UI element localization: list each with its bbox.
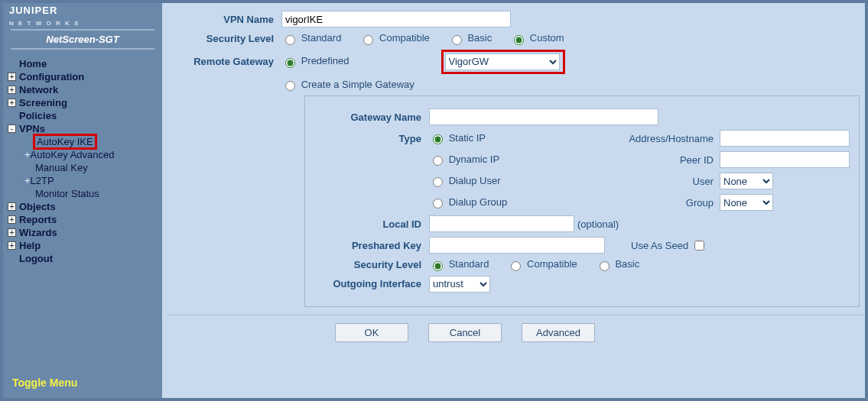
- advanced-button[interactable]: Advanced: [522, 323, 595, 342]
- expand-icon[interactable]: +: [8, 73, 16, 81]
- nav-wizards[interactable]: +Wizards: [8, 226, 162, 239]
- seclevel-compatible[interactable]: Compatible: [359, 32, 429, 45]
- security-level-label: Security Level: [167, 33, 281, 44]
- nav-vpns[interactable]: -VPNs: [8, 122, 162, 135]
- sg-seclevel-standard[interactable]: Standard: [429, 258, 489, 271]
- nav-autokey-advanced[interactable]: +AutoKey Advanced: [24, 148, 162, 161]
- sidebar: JUNIPER N E T W O R K S NetScreen-SGT Ho…: [3, 3, 162, 398]
- nav-network[interactable]: +Network: [8, 83, 162, 96]
- nav-network-label: Network: [19, 84, 58, 95]
- type-static-ip[interactable]: Static IP: [429, 132, 486, 144]
- nav-logout-label: Logout: [19, 253, 53, 264]
- nav-objects-label: Objects: [19, 201, 56, 212]
- nav-policies[interactable]: Policies: [8, 109, 162, 122]
- nav-l2tp[interactable]: +L2TP: [24, 174, 162, 187]
- main-panel: VPN Name Security Level Standard Compati…: [162, 3, 865, 398]
- seed-label: Use As Seed: [628, 240, 688, 251]
- out-if-select[interactable]: untrust: [429, 276, 490, 293]
- nav-screening-label: Screening: [19, 97, 67, 108]
- nav-manual-key-label: Manual Key: [35, 162, 88, 173]
- sg-seclevel-basic[interactable]: Basic: [596, 258, 639, 271]
- nav-autokey-adv-label: AutoKey Advanced: [31, 149, 115, 160]
- psk-label: Preshared Key: [314, 240, 429, 251]
- toggle-menu[interactable]: Toggle Menu: [12, 377, 77, 389]
- rg-create-simple[interactable]: Create a Simple Gateway: [281, 79, 414, 92]
- logo-subtext: N E T W O R K S: [9, 20, 80, 27]
- device-name: NetScreen-SGT: [11, 29, 154, 50]
- localid-input[interactable]: [429, 215, 574, 232]
- vendor-logo: JUNIPER N E T W O R K S: [3, 3, 162, 26]
- gateway-name-label: Gateway Name: [314, 112, 429, 123]
- seclevel-custom[interactable]: Custom: [510, 32, 564, 45]
- nav-monitor-status-label: Monitor Status: [35, 188, 99, 199]
- nav-logout[interactable]: Logout: [8, 252, 162, 265]
- user-label: User: [597, 176, 720, 187]
- vpn-name-label: VPN Name: [167, 14, 281, 25]
- simple-gateway-fieldset: Gateway Name Type Static IP Address/Host…: [304, 95, 860, 307]
- nav-wizards-label: Wizards: [19, 227, 57, 238]
- nav-reports[interactable]: +Reports: [8, 213, 162, 226]
- expand-icon[interactable]: +: [8, 228, 16, 237]
- group-select[interactable]: None: [720, 194, 773, 211]
- seclevel-standard[interactable]: Standard: [281, 32, 341, 45]
- gateway-name-input[interactable]: [429, 108, 658, 125]
- nav-autokey-ike-label: AutoKey IKE: [35, 136, 95, 147]
- nav-help-label: Help: [19, 240, 41, 251]
- expand-icon[interactable]: +: [8, 99, 16, 107]
- expand-icon[interactable]: +: [24, 175, 31, 186]
- localid-label: Local ID: [314, 218, 429, 230]
- cancel-button[interactable]: Cancel: [428, 323, 502, 342]
- addr-input[interactable]: [720, 130, 850, 147]
- peerid-input[interactable]: [720, 151, 850, 168]
- nav-tree: Home +Configuration +Network +Screening …: [3, 57, 162, 265]
- type-dynamic-ip[interactable]: Dynamic IP: [429, 154, 499, 165]
- localid-note: (optional): [574, 218, 619, 230]
- button-bar: OK Cancel Advanced: [335, 323, 863, 342]
- psk-input[interactable]: [429, 237, 605, 254]
- nav-vpns-label: VPNs: [19, 123, 45, 134]
- remote-gateway-label: Remote Gateway: [167, 56, 281, 67]
- rg-predefined-highlight: VigorGW: [441, 50, 565, 74]
- nav-configuration-label: Configuration: [19, 71, 84, 82]
- nav-home[interactable]: Home: [8, 57, 162, 70]
- vpn-name-input[interactable]: [281, 11, 511, 27]
- nav-objects[interactable]: +Objects: [8, 200, 162, 213]
- type-dialup-user[interactable]: Dialup User: [429, 175, 501, 186]
- logo-text: JUNIPER: [9, 5, 57, 16]
- rg-predefined-select[interactable]: VigorGW: [445, 53, 560, 70]
- nav-l2tp-label: L2TP: [31, 175, 54, 186]
- addr-label: Address/Hostname: [597, 133, 720, 144]
- expand-icon[interactable]: +: [8, 215, 16, 224]
- peerid-label: Peer ID: [597, 154, 720, 166]
- nav-configuration[interactable]: +Configuration: [8, 70, 162, 83]
- type-label: Type: [314, 133, 429, 144]
- nav-reports-label: Reports: [19, 214, 57, 225]
- separator: [167, 315, 863, 315]
- nav-help[interactable]: +Help: [8, 239, 162, 252]
- expand-icon[interactable]: +: [8, 202, 16, 211]
- nav-manual-key[interactable]: Manual Key: [24, 161, 162, 174]
- type-dialup-group[interactable]: Dialup Group: [429, 196, 507, 208]
- nav-home-label: Home: [19, 58, 47, 70]
- out-if-label: Outgoing Interface: [314, 278, 429, 289]
- nav-policies-label: Policies: [19, 110, 57, 121]
- seclevel-basic[interactable]: Basic: [448, 32, 492, 45]
- collapse-icon[interactable]: -: [8, 125, 16, 133]
- user-select[interactable]: None: [720, 173, 773, 189]
- rg-predefined[interactable]: Predefined: [281, 55, 349, 68]
- nav-vpns-children: AutoKey IKE +AutoKey Advanced Manual Key…: [8, 135, 162, 200]
- sg-seclevel-compatible[interactable]: Compatible: [507, 258, 577, 271]
- sg-seclevel-label: Security Level: [314, 259, 429, 270]
- seed-checkbox[interactable]: [694, 241, 704, 251]
- expand-icon[interactable]: +: [8, 86, 16, 94]
- nav-screening[interactable]: +Screening: [8, 96, 162, 109]
- expand-icon[interactable]: +: [24, 149, 31, 160]
- nav-monitor-status[interactable]: Monitor Status: [24, 187, 162, 200]
- expand-icon[interactable]: +: [8, 241, 16, 250]
- group-label: Group: [597, 197, 720, 209]
- ok-button[interactable]: OK: [335, 323, 408, 342]
- nav-autokey-ike[interactable]: AutoKey IKE: [24, 135, 162, 148]
- app-root: JUNIPER N E T W O R K S NetScreen-SGT Ho…: [0, 0, 868, 401]
